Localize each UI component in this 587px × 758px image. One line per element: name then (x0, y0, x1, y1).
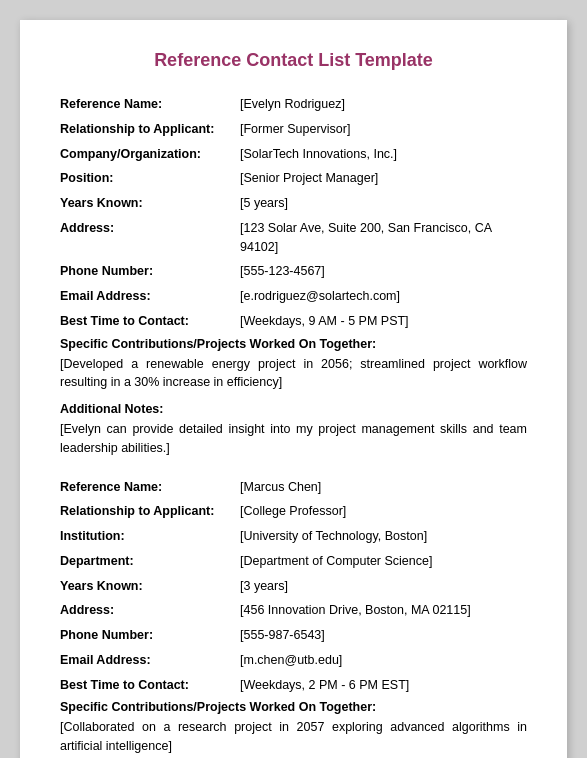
field-value: [m.chen@utb.edu] (240, 651, 342, 670)
field-value: [5 years] (240, 194, 288, 213)
page-container: Reference Contact List Template Referenc… (20, 20, 567, 758)
page-title: Reference Contact List Template (60, 50, 527, 71)
field-label: Phone Number: (60, 626, 240, 645)
field-label: Years Known: (60, 577, 240, 596)
field-value: [e.rodriguez@solartech.com] (240, 287, 400, 306)
field-value: [SolarTech Innovations, Inc.] (240, 145, 397, 164)
field-row: Reference Name:[Evelyn Rodriguez] (60, 95, 527, 114)
reference-1-section: Reference Name:[Evelyn Rodriguez]Relatio… (60, 95, 527, 458)
field-value: [555-987-6543] (240, 626, 325, 645)
reference-2-fields: Reference Name:[Marcus Chen]Relationship… (60, 478, 527, 695)
field-value: [555-123-4567] (240, 262, 325, 281)
field-label: Relationship to Applicant: (60, 502, 240, 521)
field-value: [Department of Computer Science] (240, 552, 432, 571)
field-label: Best Time to Contact: (60, 312, 240, 331)
field-value: [Former Supervisor] (240, 120, 350, 139)
notes-1-heading: Additional Notes: (60, 402, 527, 416)
field-label: Reference Name: (60, 95, 240, 114)
field-label: Best Time to Contact: (60, 676, 240, 695)
field-value: [Evelyn Rodriguez] (240, 95, 345, 114)
contributions-2-text: [Collaborated on a research project in 2… (60, 718, 527, 756)
field-value: [Weekdays, 9 AM - 5 PM PST] (240, 312, 409, 331)
field-value: [Marcus Chen] (240, 478, 321, 497)
field-row: Phone Number:[555-987-6543] (60, 626, 527, 645)
field-row: Phone Number:[555-123-4567] (60, 262, 527, 281)
field-value: [Weekdays, 2 PM - 6 PM EST] (240, 676, 409, 695)
field-row: Relationship to Applicant:[Former Superv… (60, 120, 527, 139)
field-label: Relationship to Applicant: (60, 120, 240, 139)
field-value: [456 Innovation Drive, Boston, MA 02115] (240, 601, 471, 620)
field-label: Address: (60, 219, 240, 257)
field-row: Position:[Senior Project Manager] (60, 169, 527, 188)
field-row: Best Time to Contact:[Weekdays, 9 AM - 5… (60, 312, 527, 331)
field-label: Years Known: (60, 194, 240, 213)
field-label: Email Address: (60, 651, 240, 670)
field-row: Address:[123 Solar Ave, Suite 200, San F… (60, 219, 527, 257)
reference-2-section: Reference Name:[Marcus Chen]Relationship… (60, 478, 527, 756)
field-row: Reference Name:[Marcus Chen] (60, 478, 527, 497)
field-row: Email Address:[m.chen@utb.edu] (60, 651, 527, 670)
field-label: Institution: (60, 527, 240, 546)
field-label: Reference Name: (60, 478, 240, 497)
contributions-1-text: [Developed a renewable energy project in… (60, 355, 527, 393)
field-row: Department:[Department of Computer Scien… (60, 552, 527, 571)
field-label: Address: (60, 601, 240, 620)
field-value: [123 Solar Ave, Suite 200, San Francisco… (240, 219, 527, 257)
contributions-2-heading: Specific Contributions/Projects Worked O… (60, 700, 527, 714)
field-row: Institution:[University of Technology, B… (60, 527, 527, 546)
field-row: Years Known:[5 years] (60, 194, 527, 213)
field-value: [3 years] (240, 577, 288, 596)
field-value: [College Professor] (240, 502, 346, 521)
field-row: Best Time to Contact:[Weekdays, 2 PM - 6… (60, 676, 527, 695)
field-label: Position: (60, 169, 240, 188)
field-label: Department: (60, 552, 240, 571)
field-row: Relationship to Applicant:[College Profe… (60, 502, 527, 521)
field-label: Company/Organization: (60, 145, 240, 164)
field-row: Email Address:[e.rodriguez@solartech.com… (60, 287, 527, 306)
field-row: Years Known:[3 years] (60, 577, 527, 596)
field-row: Company/Organization:[SolarTech Innovati… (60, 145, 527, 164)
contributions-1-heading: Specific Contributions/Projects Worked O… (60, 337, 527, 351)
reference-1-fields: Reference Name:[Evelyn Rodriguez]Relatio… (60, 95, 527, 331)
field-row: Address:[456 Innovation Drive, Boston, M… (60, 601, 527, 620)
field-value: [University of Technology, Boston] (240, 527, 427, 546)
notes-1-text: [Evelyn can provide detailed insight int… (60, 420, 527, 458)
field-label: Email Address: (60, 287, 240, 306)
field-value: [Senior Project Manager] (240, 169, 378, 188)
field-label: Phone Number: (60, 262, 240, 281)
